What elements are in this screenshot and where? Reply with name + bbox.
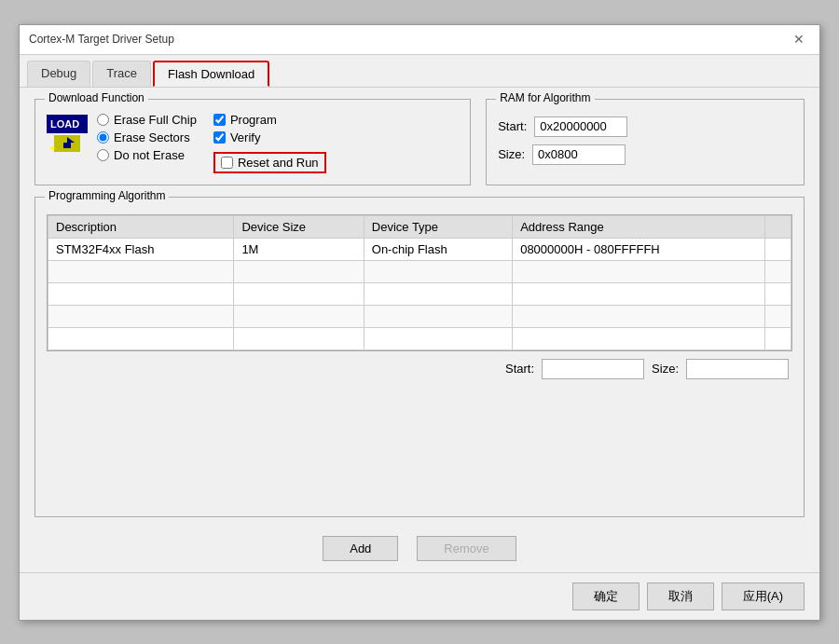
table-row-empty-1 [48, 260, 791, 282]
table-header-row: Description Device Size Device Type Addr… [48, 215, 791, 238]
table-row-empty-3 [48, 305, 791, 327]
ram-size-input[interactable] [532, 144, 626, 165]
checkbox-verify[interactable]: Verify [213, 130, 326, 144]
table-row-empty-2 [48, 282, 791, 305]
tab-trace[interactable]: Trace [92, 61, 151, 87]
add-remove-row: Add Remove [34, 536, 805, 561]
col-device-type: Device Type [364, 215, 512, 238]
cell-device-size: 1M [234, 238, 364, 260]
radio-erase-full-chip-input[interactable] [97, 114, 109, 126]
close-button[interactable]: ✕ [788, 30, 810, 48]
col-address-range: Address Range [513, 215, 765, 238]
footer: 确定 取消 应用(A) [20, 572, 819, 620]
load-icon: LOAD ✦ [47, 115, 88, 156]
checkbox-program-input[interactable] [213, 114, 226, 126]
algo-size-label: Size: [652, 362, 679, 376]
svg-text:LOAD: LOAD [50, 118, 79, 130]
ram-start-row: Start: [498, 116, 792, 137]
checkbox-verify-input[interactable] [213, 131, 226, 144]
window-title: Cortex-M Target Driver Setup [29, 33, 174, 46]
cell-extra [765, 238, 791, 260]
ram-algorithm-group: RAM for Algorithm Start: Size: [486, 99, 805, 185]
ram-start-input[interactable] [534, 116, 627, 137]
col-description: Description [48, 215, 234, 238]
radio-column: Erase Full Chip Erase Sectors Do not Era… [97, 113, 197, 162]
algo-start-input[interactable] [542, 359, 644, 379]
reset-run-box: Reset and Run [213, 152, 326, 173]
algo-table-container: Description Device Size Device Type Addr… [47, 214, 792, 351]
title-bar: Cortex-M Target Driver Setup ✕ [20, 25, 819, 55]
main-window: Cortex-M Target Driver Setup ✕ Debug Tra… [19, 24, 820, 621]
algo-start-label: Start: [505, 362, 534, 376]
radio-erase-sectors[interactable]: Erase Sectors [97, 130, 197, 144]
algo-table: Description Device Size Device Type Addr… [48, 215, 791, 350]
ram-inner: Start: Size: [498, 116, 792, 165]
cancel-button[interactable]: 取消 [647, 582, 714, 610]
table-row[interactable]: STM32F4xx Flash 1M On-chip Flash 0800000… [48, 238, 791, 260]
programming-algorithm-group: Programming Algorithm Description Device… [34, 197, 805, 517]
algo-size-input[interactable] [686, 359, 789, 379]
table-row-empty-4 [48, 327, 791, 349]
df-inner: LOAD ✦ Erase Full Chip [47, 113, 459, 173]
ram-size-row: Size: [498, 144, 792, 165]
ram-size-label: Size: [498, 147, 525, 161]
add-button[interactable]: Add [323, 536, 398, 561]
apply-button[interactable]: 应用(A) [722, 582, 805, 610]
cell-device-type: On-chip Flash [364, 238, 512, 260]
tab-bar: Debug Trace Flash Download [20, 55, 819, 88]
cell-description: STM32F4xx Flash [48, 238, 234, 260]
radio-do-not-erase[interactable]: Do not Erase [97, 148, 197, 162]
download-function-title: Download Function [45, 91, 148, 104]
checkbox-program[interactable]: Program [213, 113, 326, 127]
algo-start-size-row: Start: Size: [47, 359, 792, 379]
prog-algorithm-title: Programming Algorithm [45, 189, 169, 202]
col-extra [765, 215, 791, 238]
top-row: Download Function LOAD [34, 99, 805, 185]
tab-debug[interactable]: Debug [27, 61, 90, 87]
ram-algorithm-title: RAM for Algorithm [496, 91, 594, 104]
checkbox-reset-run-input[interactable] [221, 157, 233, 169]
ok-button[interactable]: 确定 [572, 582, 640, 610]
cell-address-range: 08000000H - 080FFFFFH [513, 238, 765, 260]
radio-erase-sectors-input[interactable] [97, 131, 109, 144]
col-device-size: Device Size [234, 215, 364, 238]
remove-button[interactable]: Remove [417, 536, 516, 561]
ram-start-label: Start: [498, 119, 527, 133]
tab-flash-download[interactable]: Flash Download [153, 61, 269, 87]
radio-erase-full-chip[interactable]: Erase Full Chip [97, 113, 197, 127]
checkbox-reset-run[interactable]: Reset and Run [221, 156, 319, 170]
check-column: Program Verify Reset and Run [213, 113, 326, 173]
svg-rect-4 [63, 143, 71, 148]
radio-do-not-erase-input[interactable] [97, 149, 109, 161]
download-function-group: Download Function LOAD [34, 99, 471, 185]
svg-text:✦: ✦ [48, 144, 56, 154]
main-content: Download Function LOAD [20, 88, 819, 572]
